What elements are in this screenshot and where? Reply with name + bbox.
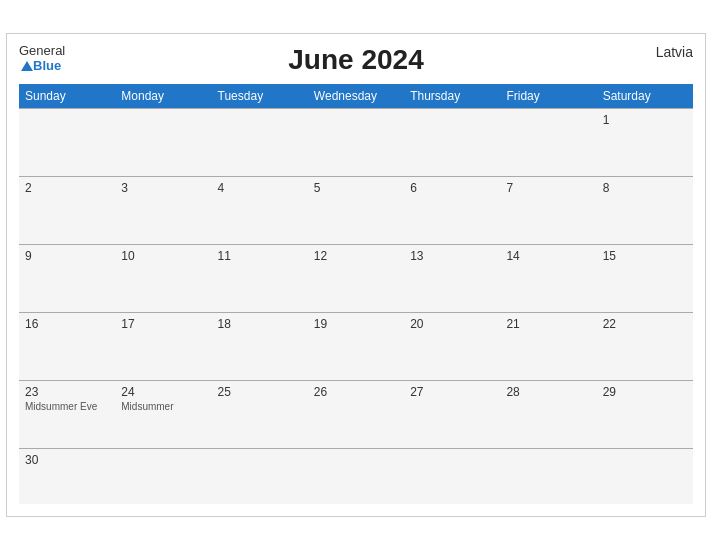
day-event: Midsummer bbox=[121, 401, 205, 412]
calendar-day-cell bbox=[212, 109, 308, 177]
day-number: 13 bbox=[410, 249, 494, 263]
calendar-header: General Blue June 2024 Latvia bbox=[19, 44, 693, 76]
calendar-week-row: 9101112131415 bbox=[19, 245, 693, 313]
calendar-title: June 2024 bbox=[288, 44, 423, 76]
calendar-day-cell: 1 bbox=[597, 109, 693, 177]
calendar-day-cell bbox=[308, 109, 404, 177]
calendar-table: Sunday Monday Tuesday Wednesday Thursday… bbox=[19, 84, 693, 504]
header-tuesday: Tuesday bbox=[212, 84, 308, 109]
calendar-day-cell: 5 bbox=[308, 177, 404, 245]
logo-blue-row: Blue bbox=[19, 57, 65, 73]
calendar-day-cell: 20 bbox=[404, 313, 500, 381]
day-number: 2 bbox=[25, 181, 109, 195]
calendar-body: 1234567891011121314151617181920212223Mid… bbox=[19, 109, 693, 504]
calendar-week-row: 30 bbox=[19, 449, 693, 504]
calendar-day-cell: 29 bbox=[597, 381, 693, 449]
day-number: 19 bbox=[314, 317, 398, 331]
calendar-day-cell: 15 bbox=[597, 245, 693, 313]
calendar-day-cell bbox=[404, 449, 500, 504]
logo-blue-text: Blue bbox=[33, 58, 61, 73]
calendar-week-row: 2345678 bbox=[19, 177, 693, 245]
day-number: 14 bbox=[506, 249, 590, 263]
day-number: 21 bbox=[506, 317, 590, 331]
calendar-day-cell: 3 bbox=[115, 177, 211, 245]
calendar-day-cell bbox=[19, 109, 115, 177]
calendar-day-cell: 8 bbox=[597, 177, 693, 245]
calendar-day-cell: 25 bbox=[212, 381, 308, 449]
calendar-day-cell: 7 bbox=[500, 177, 596, 245]
day-number: 7 bbox=[506, 181, 590, 195]
calendar-day-cell bbox=[500, 109, 596, 177]
day-number: 3 bbox=[121, 181, 205, 195]
calendar-day-cell: 4 bbox=[212, 177, 308, 245]
calendar-day-cell: 2 bbox=[19, 177, 115, 245]
day-number: 17 bbox=[121, 317, 205, 331]
calendar-day-cell bbox=[212, 449, 308, 504]
calendar-day-cell bbox=[115, 109, 211, 177]
day-number: 23 bbox=[25, 385, 109, 399]
calendar-day-cell: 10 bbox=[115, 245, 211, 313]
calendar-day-cell bbox=[308, 449, 404, 504]
calendar-day-cell: 14 bbox=[500, 245, 596, 313]
header-sunday: Sunday bbox=[19, 84, 115, 109]
calendar-week-row: 23Midsummer Eve24Midsummer2526272829 bbox=[19, 381, 693, 449]
calendar-day-cell: 6 bbox=[404, 177, 500, 245]
day-number: 28 bbox=[506, 385, 590, 399]
calendar-day-cell: 12 bbox=[308, 245, 404, 313]
day-number: 10 bbox=[121, 249, 205, 263]
calendar-day-cell: 18 bbox=[212, 313, 308, 381]
calendar-day-cell: 30 bbox=[19, 449, 115, 504]
day-event: Midsummer Eve bbox=[25, 401, 109, 412]
day-number: 24 bbox=[121, 385, 205, 399]
header-wednesday: Wednesday bbox=[308, 84, 404, 109]
country-label: Latvia bbox=[656, 44, 693, 60]
calendar-day-cell bbox=[500, 449, 596, 504]
logo: General Blue bbox=[19, 44, 65, 73]
header-friday: Friday bbox=[500, 84, 596, 109]
calendar-day-cell: 19 bbox=[308, 313, 404, 381]
day-number: 6 bbox=[410, 181, 494, 195]
calendar-week-row: 16171819202122 bbox=[19, 313, 693, 381]
day-number: 12 bbox=[314, 249, 398, 263]
day-number: 9 bbox=[25, 249, 109, 263]
calendar-day-cell: 23Midsummer Eve bbox=[19, 381, 115, 449]
calendar-day-cell: 11 bbox=[212, 245, 308, 313]
weekday-header-row: Sunday Monday Tuesday Wednesday Thursday… bbox=[19, 84, 693, 109]
calendar-day-cell: 27 bbox=[404, 381, 500, 449]
logo-general-text: General bbox=[19, 44, 65, 57]
calendar-day-cell: 24Midsummer bbox=[115, 381, 211, 449]
calendar-day-cell: 26 bbox=[308, 381, 404, 449]
calendar-day-cell: 13 bbox=[404, 245, 500, 313]
calendar-day-cell: 21 bbox=[500, 313, 596, 381]
day-number: 30 bbox=[25, 453, 109, 467]
day-number: 5 bbox=[314, 181, 398, 195]
calendar-day-cell bbox=[597, 449, 693, 504]
day-number: 16 bbox=[25, 317, 109, 331]
day-number: 29 bbox=[603, 385, 687, 399]
day-number: 8 bbox=[603, 181, 687, 195]
calendar-day-cell bbox=[404, 109, 500, 177]
day-number: 27 bbox=[410, 385, 494, 399]
calendar-day-cell: 28 bbox=[500, 381, 596, 449]
header-saturday: Saturday bbox=[597, 84, 693, 109]
header-thursday: Thursday bbox=[404, 84, 500, 109]
day-number: 22 bbox=[603, 317, 687, 331]
day-number: 1 bbox=[603, 113, 687, 127]
calendar-day-cell bbox=[115, 449, 211, 504]
calendar-day-cell: 16 bbox=[19, 313, 115, 381]
day-number: 4 bbox=[218, 181, 302, 195]
day-number: 20 bbox=[410, 317, 494, 331]
day-number: 25 bbox=[218, 385, 302, 399]
day-number: 18 bbox=[218, 317, 302, 331]
logo-triangle-icon bbox=[21, 61, 33, 71]
calendar-day-cell: 22 bbox=[597, 313, 693, 381]
calendar-day-cell: 17 bbox=[115, 313, 211, 381]
calendar-week-row: 1 bbox=[19, 109, 693, 177]
calendar-container: General Blue June 2024 Latvia Sunday Mon… bbox=[6, 33, 706, 517]
day-number: 11 bbox=[218, 249, 302, 263]
day-number: 26 bbox=[314, 385, 398, 399]
day-number: 15 bbox=[603, 249, 687, 263]
header-monday: Monday bbox=[115, 84, 211, 109]
calendar-day-cell: 9 bbox=[19, 245, 115, 313]
